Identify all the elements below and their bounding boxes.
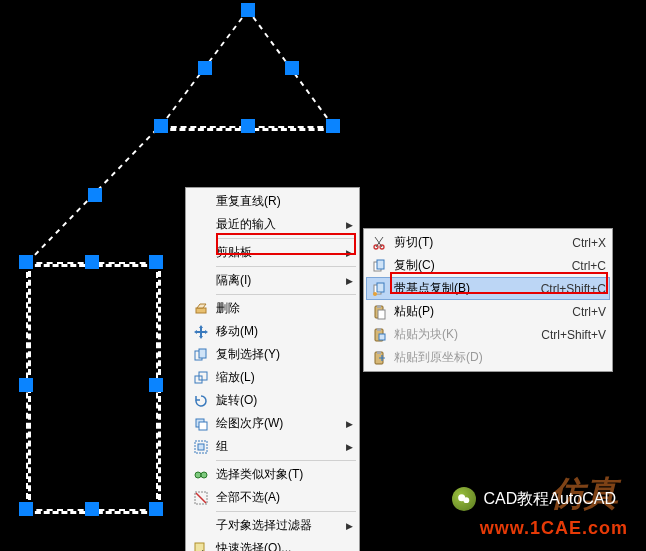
selectsimilar-icon bbox=[190, 467, 212, 483]
svg-rect-5 bbox=[199, 349, 206, 358]
menu-item-label: 子对象选择过滤器 bbox=[216, 517, 336, 534]
submenu-item[interactable]: 带基点复制(B)Ctrl+Shift+C bbox=[366, 277, 610, 300]
grip-handle[interactable] bbox=[326, 119, 340, 133]
menu-item[interactable]: 剪贴板▶ bbox=[188, 241, 357, 264]
grip-handle[interactable] bbox=[154, 119, 168, 133]
menu-item[interactable]: 快速选择(Q)... bbox=[188, 537, 357, 551]
draworder-icon bbox=[190, 416, 212, 432]
erase-icon bbox=[190, 301, 212, 317]
svg-rect-36 bbox=[378, 310, 385, 319]
cut-icon bbox=[368, 235, 390, 251]
menu-item-label: 带基点复制(B) bbox=[394, 280, 521, 297]
svg-rect-35 bbox=[377, 305, 381, 308]
submenu-item[interactable]: 粘贴(P)Ctrl+V bbox=[366, 300, 610, 323]
copy-base-icon bbox=[368, 281, 390, 297]
svg-rect-11 bbox=[198, 444, 204, 450]
submenu-item[interactable]: 剪切(T)Ctrl+X bbox=[366, 231, 610, 254]
menu-item[interactable]: 隔离(I)▶ bbox=[188, 269, 357, 292]
menu-item-label: 粘贴(P) bbox=[394, 303, 552, 320]
menu-item-label: 粘贴到原坐标(D) bbox=[394, 349, 606, 366]
menu-item[interactable]: 选择类似对象(T) bbox=[188, 463, 357, 486]
grip-handle[interactable] bbox=[19, 255, 33, 269]
menu-item-label: 删除 bbox=[216, 300, 353, 317]
grip-handle[interactable] bbox=[241, 3, 255, 17]
svg-rect-41 bbox=[377, 351, 381, 354]
menu-separator bbox=[216, 238, 356, 239]
grip-handle[interactable] bbox=[198, 61, 212, 75]
menu-item[interactable]: 删除 bbox=[188, 297, 357, 320]
menu-separator bbox=[216, 294, 356, 295]
menu-item[interactable]: 全部不选(A) bbox=[188, 486, 357, 509]
grip-handle[interactable] bbox=[19, 378, 33, 392]
menu-separator bbox=[216, 266, 356, 267]
menu-item[interactable]: 缩放(L) bbox=[188, 366, 357, 389]
menu-item-label: 隔离(I) bbox=[216, 272, 336, 289]
svg-rect-38 bbox=[377, 328, 381, 331]
submenu-arrow-icon: ▶ bbox=[346, 248, 353, 258]
submenu-arrow-icon: ▶ bbox=[346, 220, 353, 230]
wechat-watermark: CAD教程AutoCAD bbox=[452, 487, 616, 511]
menu-separator bbox=[216, 460, 356, 461]
menu-item[interactable]: 旋转(O) bbox=[188, 389, 357, 412]
menu-item[interactable]: 组▶ bbox=[188, 435, 357, 458]
menu-item-label: 剪贴板 bbox=[216, 244, 336, 261]
menu-item-label: 全部不选(A) bbox=[216, 489, 353, 506]
grip-handle[interactable] bbox=[149, 378, 163, 392]
submenu-arrow-icon: ▶ bbox=[346, 442, 353, 452]
svg-point-13 bbox=[201, 472, 207, 478]
svg-rect-30 bbox=[377, 260, 384, 269]
paste-icon bbox=[368, 304, 390, 320]
menu-item-label: 快速选择(Q)... bbox=[216, 540, 353, 551]
menu-shortcut: Ctrl+V bbox=[572, 305, 606, 319]
scale-icon bbox=[190, 370, 212, 386]
svg-point-43 bbox=[463, 497, 469, 503]
grip-handle[interactable] bbox=[149, 502, 163, 516]
grip-handle[interactable] bbox=[19, 502, 33, 516]
svg-rect-16 bbox=[195, 543, 204, 552]
submenu-item[interactable]: 复制(C)Ctrl+C bbox=[366, 254, 610, 277]
wechat-text: CAD教程AutoCAD bbox=[484, 489, 616, 510]
menu-item[interactable]: 子对象选择过滤器▶ bbox=[188, 514, 357, 537]
menu-shortcut: Ctrl+X bbox=[572, 236, 606, 250]
copy-clip-icon bbox=[368, 258, 390, 274]
paste-orig-icon bbox=[368, 350, 390, 366]
no-icon bbox=[190, 273, 212, 289]
quickselect-icon bbox=[190, 541, 212, 552]
menu-item[interactable]: 重复直线(R) bbox=[188, 190, 357, 213]
context-menu[interactable]: 重复直线(R)最近的输入▶剪贴板▶隔离(I)▶删除移动(M)复制选择(Y)缩放(… bbox=[185, 187, 360, 551]
submenu-item: 粘贴到原坐标(D) bbox=[366, 346, 610, 369]
menu-shortcut: Ctrl+C bbox=[572, 259, 606, 273]
grip-handle[interactable] bbox=[241, 119, 255, 133]
menu-item-label: 粘贴为块(K) bbox=[394, 326, 521, 343]
grip-handle[interactable] bbox=[85, 255, 99, 269]
menu-item-label: 选择类似对象(T) bbox=[216, 466, 353, 483]
clipboard-submenu[interactable]: 剪切(T)Ctrl+X复制(C)Ctrl+C带基点复制(B)Ctrl+Shift… bbox=[363, 228, 613, 372]
menu-item-label: 复制(C) bbox=[394, 257, 552, 274]
grip-handle[interactable] bbox=[88, 188, 102, 202]
site-watermark: www.1CAE.com bbox=[480, 518, 628, 539]
no-icon bbox=[190, 518, 212, 534]
menu-item[interactable]: 最近的输入▶ bbox=[188, 213, 357, 236]
menu-item[interactable]: 移动(M) bbox=[188, 320, 357, 343]
submenu-item: 粘贴为块(K)Ctrl+Shift+V bbox=[366, 323, 610, 346]
paste-block-icon bbox=[368, 327, 390, 343]
menu-item-label: 移动(M) bbox=[216, 323, 353, 340]
grip-handle[interactable] bbox=[149, 255, 163, 269]
svg-rect-39 bbox=[379, 334, 385, 340]
grip-handle[interactable] bbox=[285, 61, 299, 75]
menu-shortcut: Ctrl+Shift+V bbox=[541, 328, 606, 342]
menu-item-label: 剪切(T) bbox=[394, 234, 552, 251]
no-icon bbox=[190, 245, 212, 261]
menu-item[interactable]: 绘图次序(W)▶ bbox=[188, 412, 357, 435]
move-icon bbox=[190, 324, 212, 340]
no-icon bbox=[190, 217, 212, 233]
menu-item-label: 重复直线(R) bbox=[216, 193, 353, 210]
menu-item-label: 最近的输入 bbox=[216, 216, 336, 233]
submenu-arrow-icon: ▶ bbox=[346, 419, 353, 429]
menu-item-label: 组 bbox=[216, 438, 336, 455]
menu-item[interactable]: 复制选择(Y) bbox=[188, 343, 357, 366]
group-icon bbox=[190, 439, 212, 455]
wechat-icon bbox=[452, 487, 476, 511]
grip-handle[interactable] bbox=[85, 502, 99, 516]
menu-item-label: 绘图次序(W) bbox=[216, 415, 336, 432]
